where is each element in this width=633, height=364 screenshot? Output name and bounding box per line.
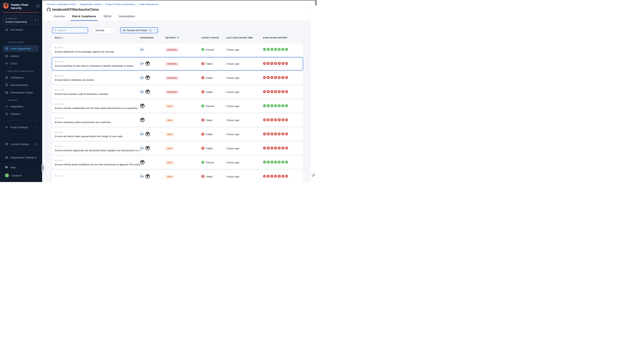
tab-sbom[interactable]: SBOM (103, 14, 112, 21)
history-fail-icon (281, 76, 284, 80)
history-fail-icon (270, 146, 274, 150)
rule-cell: Id: 1.2.17Ensure repository action permi… (55, 117, 140, 124)
user-name: Lavakush (11, 174, 22, 177)
severity-filter[interactable]: Severity (93, 27, 116, 33)
rule-row[interactable]: Id: 1.1.5CISHIGHFailed3 hours ago (52, 170, 303, 182)
breadcrumb-item[interactable]: Account: Automation-SSCA (47, 3, 76, 6)
search-input[interactable] (58, 29, 84, 32)
sidebar-nav: Get StartedSUPPLY CHAINCode Repositories… (0, 25, 42, 117)
history-fail-icon (281, 62, 284, 66)
rule-row[interactable]: Id: 1.1.15Ensure pushing of new code is … (52, 58, 303, 70)
sidebar-item-ci-cd[interactable]: CI/CD (3, 60, 39, 67)
status-label: Passed (206, 161, 214, 164)
sidebar-item-compliance[interactable]: Compliance (3, 74, 39, 81)
search-box (52, 27, 88, 33)
column-header-evaluation-history[interactable]: EVALUATION HISTORY (263, 36, 303, 39)
history-fail-icon (274, 118, 277, 122)
sidebar-item-artifacts[interactable]: Artifacts (3, 53, 39, 59)
history-fail-icon (270, 62, 274, 66)
passed-check-icon (201, 161, 204, 164)
column-header-last-evaluation-time[interactable]: LAST EVALUATION TIME (226, 36, 263, 39)
rule-row[interactable]: Id: 1.2.17Ensure repository action permi… (52, 114, 303, 126)
sidebar-item-label: Artifacts (10, 55, 20, 58)
history-pass-icon (285, 160, 288, 164)
cis-standard-icon: CIS (140, 89, 145, 95)
help-item[interactable]: ? Help (3, 164, 39, 171)
severity-badge: HIGH (166, 160, 174, 164)
status-cell: Failed (201, 76, 226, 80)
tab-overview[interactable]: Overview (53, 14, 65, 21)
rule-row[interactable]: Id: 1.1.17Ensure branch deletions are de… (52, 72, 303, 84)
main-area: Account: Automation-SSCA›Organization: d… (42, 0, 310, 182)
owasp-standard-icon (145, 132, 150, 137)
passed-check-icon (201, 104, 204, 108)
owasp-standard-icon (140, 104, 145, 109)
sidebar-item-integrations[interactable]: Integrations (3, 103, 39, 110)
rule-row[interactable]: Id: 1.2.9Ensure GitHub action workflows … (52, 156, 303, 169)
sidebar-item-code-repositories[interactable]: Code Repositories (3, 45, 39, 52)
severity-cell: HIGH (166, 175, 201, 179)
svg-text:CIS: CIS (141, 77, 144, 78)
sidebar-item-account-settings[interactable]: Account Settings (3, 141, 39, 148)
history-fail-icon (285, 132, 288, 136)
severity-badge: HIGH (166, 132, 174, 136)
history-pass-icon (278, 48, 281, 52)
evaluation-history (263, 104, 303, 108)
status-cell: Passed (201, 48, 226, 52)
sidebar-item-label: Integrations (10, 105, 24, 108)
severity-badge: HIGH (166, 104, 174, 108)
standards-cell: CIS (140, 174, 166, 180)
history-fail-icon (270, 118, 274, 122)
sidebar-item-project-settings[interactable]: Project Settings (3, 124, 39, 130)
support-chat-icon[interactable] (311, 173, 316, 178)
column-header-standards[interactable]: STANDARDS (140, 36, 166, 39)
table-header-row: RULESTANDARDSSEVERITYLATEST STATUSLAST E… (52, 36, 303, 40)
sidebar-item-get-started[interactable]: Get Started (3, 26, 39, 33)
standards-cell: CIS (140, 89, 166, 95)
sidebar-item-remediation-tracker[interactable]: Remediation Tracker (3, 89, 39, 96)
column-header-rule[interactable]: RULE (55, 36, 140, 39)
severity-cell: HIGH (166, 160, 201, 164)
history-pass-icon (263, 48, 266, 52)
rule-row[interactable]: Id: 1.1.16Ensure force pushes code to br… (52, 86, 303, 98)
rule-text: Ensure force pushes code to branches is … (55, 93, 140, 96)
tab-risk-compliance[interactable]: Risk & Compliance (72, 14, 96, 21)
history-fail-icon (267, 146, 270, 150)
sidebar-item-pipelines[interactable]: Pipelines (3, 110, 39, 117)
history-fail-icon (281, 146, 284, 150)
clear-filter-icon[interactable] (149, 29, 152, 32)
sidebar-item-organization-settings[interactable]: Organization Settings (3, 154, 39, 161)
severity-cell: HIGH (166, 104, 201, 108)
rule-row[interactable]: Id: 1.1.4Ensure previous approvals are d… (52, 142, 303, 155)
rule-row[interactable]: Id: 1.1.9Ensure all checks have passed b… (52, 128, 303, 140)
project-selector[interactable]: PROJECT Product Exploratory (3, 16, 39, 25)
column-header-latest-status[interactable]: LATEST STATUS (201, 36, 226, 39)
column-header-severity[interactable]: SEVERITY (166, 36, 201, 39)
sidebar-item-rule-definitions[interactable]: Rule Definitions (3, 82, 39, 88)
status-filter[interactable]: All: Passed and Failed (120, 27, 158, 33)
standards-cell (140, 160, 166, 165)
status-label: Failed (206, 147, 212, 150)
column-label: EVALUATION HISTORY (263, 36, 288, 39)
scrollbar-thumb[interactable] (316, 0, 316, 6)
rule-cell: Id: 1.1.5 (55, 175, 140, 178)
rule-row[interactable]: Id: 1.2.21Ensure outside collaborators d… (52, 100, 303, 112)
rule-cell: Id: 1.1.15Ensure pushing of new code is … (55, 60, 140, 67)
tab-vulnerabilities[interactable]: Vulnerabilities (118, 14, 135, 21)
history-fail-icon (285, 62, 288, 66)
history-fail-icon (285, 146, 288, 150)
search-icon (54, 29, 57, 32)
user-avatar: L (5, 174, 9, 178)
github-icon (47, 8, 51, 12)
standards-cell: CIS (140, 47, 166, 52)
rule-text: Ensure all checks have passed before the… (55, 135, 140, 138)
user-item[interactable]: L Lavakush (3, 172, 39, 179)
rule-row[interactable]: Id: 4.3.4Ensure webhooks of the package … (52, 44, 303, 56)
org-gear-icon (5, 156, 8, 159)
apps-grid-icon[interactable] (36, 4, 40, 8)
breadcrumb-item[interactable]: Project: Product Exploratory (106, 3, 135, 6)
history-fail-icon (270, 175, 274, 178)
breadcrumb-item[interactable]: Code Repositories (139, 3, 158, 6)
cis-standard-icon: CIS (140, 174, 145, 180)
breadcrumb-item[interactable]: Organization: default (80, 3, 102, 6)
